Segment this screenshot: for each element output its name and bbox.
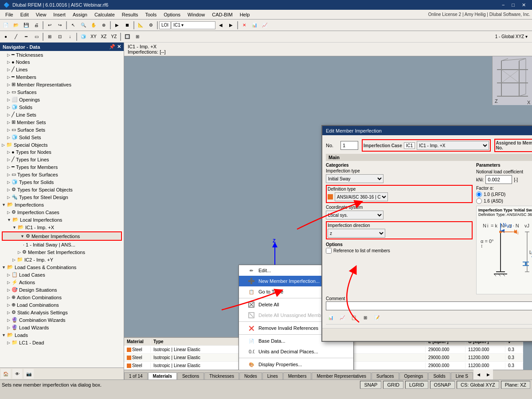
open-btn[interactable]: 📂 bbox=[11, 20, 21, 30]
nav-item-types-lines[interactable]: ▷ ╱ Types for Lines bbox=[0, 156, 124, 163]
nav-item-types-special[interactable]: ▷ ⚙ Types for Special Objects bbox=[0, 186, 124, 193]
nav-close-btn[interactable]: ✕ bbox=[117, 44, 121, 50]
nav-item-ic2[interactable]: ▷ 📁 IC2 - Imp. +Y bbox=[0, 256, 124, 263]
menu-tools[interactable]: Tools bbox=[141, 11, 160, 18]
menu-file[interactable]: File bbox=[2, 11, 17, 18]
view-xz-btn[interactable]: XZ bbox=[99, 32, 109, 42]
menu-insert[interactable]: Insert bbox=[50, 11, 69, 18]
run-btn[interactable]: ▶ bbox=[112, 20, 122, 30]
nav-item-imperfections[interactable]: ▼ 📂 Imperfections bbox=[0, 201, 124, 208]
load-case-input[interactable]: LOI bbox=[159, 21, 171, 29]
nav-item-member-sets[interactable]: ▷ ⊞ Member Sets bbox=[0, 118, 124, 126]
grid-indicator[interactable]: GRID bbox=[383, 381, 403, 389]
nav-item-load-combinations[interactable]: ▷ ⊕ Load Combinations bbox=[0, 301, 124, 309]
no-input[interactable] bbox=[340, 141, 358, 150]
imperfection-dir-select[interactable]: z bbox=[328, 229, 385, 238]
window-controls[interactable]: − □ ✕ bbox=[499, 2, 528, 8]
nav-item-line-sets[interactable]: ▷ ╱ Line Sets bbox=[0, 111, 124, 118]
nav-item-openings[interactable]: ▷ ⬜ Openings bbox=[0, 96, 124, 103]
undo-btn[interactable]: ↩ bbox=[45, 20, 55, 30]
nav-camera-btn[interactable]: 📷 bbox=[24, 369, 34, 379]
nav-item-load-wizards[interactable]: ▷ 🔮 Load Wizards bbox=[0, 324, 124, 331]
nav-item-load-cases[interactable]: ▷ 📋 Load Cases bbox=[0, 271, 124, 278]
nav-home-btn[interactable]: 🏠 bbox=[1, 369, 11, 379]
coord-system-select[interactable]: Local sys. bbox=[326, 211, 383, 219]
nav-item-imperfection-cases[interactable]: ▷ ⚙ Imperfection Cases bbox=[0, 208, 124, 216]
comment-input[interactable] bbox=[326, 301, 532, 310]
dialog-tb-3[interactable]: 📋 bbox=[349, 313, 359, 322]
tabs-scroll-left[interactable]: ◀ bbox=[473, 370, 483, 379]
ctx-units[interactable]: 0.00 Units and Decimal Places... bbox=[239, 346, 353, 357]
prev-btn[interactable]: ◀ bbox=[216, 20, 226, 30]
load-case-dropdown[interactable]: IC1 ▾ bbox=[171, 21, 215, 29]
bottom-tabs[interactable]: 1 of 14 Materials Sections Thicknesses N… bbox=[124, 370, 532, 379]
nav-item-design-situations[interactable]: ▷ 🎯 Design Situations bbox=[0, 286, 124, 293]
menu-options[interactable]: Options bbox=[160, 11, 184, 18]
menu-help[interactable]: Help bbox=[236, 11, 254, 18]
tab-materials[interactable]: Materials bbox=[148, 372, 177, 379]
nav-item-initial-sway[interactable]: · 1 - Initial Sway | ANS... bbox=[0, 241, 124, 248]
nav-item-types-solids[interactable]: ▷ 🧊 Types for Solids bbox=[0, 178, 124, 186]
chart-btn[interactable]: 📈 bbox=[260, 20, 270, 30]
nav-item-local-imperfections[interactable]: ▼ 📂 Local Imperfections bbox=[0, 216, 124, 223]
nav-item-action-combinations[interactable]: ▷ ⊕ Action Combinations bbox=[0, 293, 124, 301]
dialog-tb-5[interactable]: 📝 bbox=[372, 313, 382, 322]
member-btn[interactable]: ━ bbox=[21, 32, 31, 42]
imperfection-type-select[interactable]: Initial Sway bbox=[326, 174, 383, 183]
new-btn[interactable]: 📄 bbox=[1, 20, 11, 30]
dialog-tb-4[interactable]: ⊞ bbox=[360, 313, 370, 322]
factor-asd-radio[interactable] bbox=[476, 198, 482, 204]
lgrid-indicator[interactable]: LGRID bbox=[405, 381, 428, 389]
nav-item-types-members[interactable]: ▷ ━ Types for Members bbox=[0, 163, 124, 171]
delete-btn[interactable]: ✕ bbox=[239, 20, 249, 30]
tab-thicknesses[interactable]: Thicknesses bbox=[204, 372, 239, 379]
section-btn[interactable]: ⊞ bbox=[45, 32, 55, 42]
nav-item-lines[interactable]: ▷ ╱ Lines bbox=[0, 66, 124, 73]
menu-view[interactable]: View bbox=[32, 11, 50, 18]
surface-btn[interactable]: ▭ bbox=[31, 32, 41, 42]
nav-item-types-nodes[interactable]: ▷ ● Types for Nodes bbox=[0, 149, 124, 156]
tabs-scroll-right[interactable]: ▶ bbox=[483, 370, 493, 379]
nav-item-combo-wizards[interactable]: ▷ 🔮 Combination Wizards bbox=[0, 316, 124, 324]
nav-item-surfaces[interactable]: ▷ ▭ Surfaces bbox=[0, 88, 124, 96]
view-yz-btn[interactable]: YZ bbox=[109, 32, 119, 42]
print-btn[interactable]: 🖨 bbox=[31, 20, 41, 30]
nav-item-surface-sets[interactable]: ▷ ▭ Surface Sets bbox=[0, 126, 124, 133]
tab-members[interactable]: Members bbox=[283, 372, 312, 379]
stop-btn[interactable]: ⏹ bbox=[122, 20, 132, 30]
tab-openings[interactable]: Openings bbox=[399, 372, 428, 379]
node-btn[interactable]: ● bbox=[1, 32, 11, 42]
nav-item-special-objects[interactable]: ▷ 📁 Special Objects bbox=[0, 141, 124, 149]
factor-lrfd-radio[interactable] bbox=[476, 192, 482, 197]
tab-member-reps[interactable]: Member Representatives bbox=[312, 372, 371, 379]
nav-item-ic1[interactable]: ▼ 📂 IC1 - Imp. +X bbox=[0, 223, 124, 231]
nav-item-static-analysis[interactable]: ▷ ⚙ Static Analysis Settings bbox=[0, 309, 124, 316]
ctx-display-props[interactable]: 🎨 Display Properties... bbox=[239, 359, 353, 370]
view-xy-btn[interactable]: XY bbox=[89, 32, 98, 42]
save-btn[interactable]: 💾 bbox=[21, 20, 31, 30]
nav-item-nodes[interactable]: ▷ ● Nodes bbox=[0, 59, 124, 66]
tab-lines[interactable]: Lines bbox=[262, 372, 283, 379]
nav-item-solids[interactable]: ▷ 🧊 Solids bbox=[0, 103, 124, 111]
zoom-btn[interactable]: 🔍 bbox=[78, 20, 88, 30]
nav-item-loads[interactable]: ▼ 📂 Loads bbox=[0, 331, 124, 339]
nav-item-types-steel[interactable]: ▷ 🔩 Types for Steel Design bbox=[0, 193, 124, 201]
select-btn[interactable]: ↖ bbox=[68, 20, 78, 30]
nav-item-member-reps[interactable]: ▷ ⊞ Member Representatives bbox=[0, 81, 124, 88]
tab-sections[interactable]: Sections bbox=[177, 372, 204, 379]
nav-item-member-imperfections[interactable]: ▼ ⚙ Member Imperfections bbox=[3, 232, 121, 240]
view-dropdown[interactable]: 1 - Global XYZ ▾ bbox=[492, 34, 531, 39]
dialog-tb-1[interactable]: 📊 bbox=[326, 313, 336, 322]
imperfection-case-select[interactable]: IC1 - Imp. +X bbox=[417, 141, 489, 150]
menu-window[interactable]: Window bbox=[184, 11, 208, 18]
close-button[interactable]: ✕ bbox=[519, 2, 528, 8]
tab-surfaces[interactable]: Surfaces bbox=[372, 372, 399, 379]
dialog-tb-2[interactable]: 📈 bbox=[337, 313, 347, 322]
nav-item-actions[interactable]: ▷ ⚡ Actions bbox=[0, 278, 124, 286]
nav-item-thicknesses[interactable]: ▷ ━ Thicknesses bbox=[0, 51, 124, 59]
redo-btn[interactable]: ↪ bbox=[55, 20, 65, 30]
menu-cad-bim[interactable]: CAD-BIM bbox=[208, 11, 236, 18]
snap-indicator[interactable]: SNAP bbox=[360, 381, 381, 389]
tab-solids[interactable]: Solids bbox=[428, 372, 450, 379]
view-3d-btn[interactable]: 🧊 bbox=[78, 32, 88, 42]
